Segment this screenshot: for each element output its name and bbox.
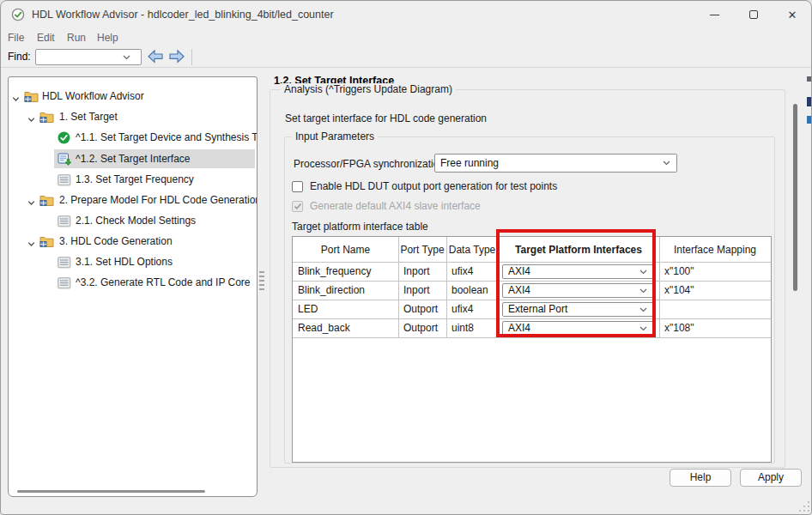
app-window: HDL Workflow Advisor - hdlcoder_led_blin…	[0, 0, 812, 515]
workflow-tree-panel: HDL Workflow Advisor 1. Set Target	[8, 76, 258, 497]
maximize-icon	[749, 10, 758, 19]
testpoints-checkbox[interactable]	[292, 181, 303, 192]
tree-item-set-hdl-options[interactable]: 3.1. Set HDL Options	[9, 252, 257, 271]
task-active-icon	[58, 153, 72, 166]
tree-item-prepare-model[interactable]: 2. Prepare Model For HDL Code Generation	[9, 191, 257, 209]
apply-button[interactable]: Apply	[740, 469, 802, 487]
forward-arrow-icon	[167, 48, 186, 65]
target-platform-interface-table: Port Name Port Type Data Type Target Pla…	[292, 236, 772, 463]
tree-item-label: HDL Workflow Advisor	[42, 87, 144, 106]
chevron-expanded-icon[interactable]	[27, 195, 36, 204]
find-forward-button[interactable]	[167, 48, 186, 65]
tree-item-hdl-code-generation[interactable]: 3. HDL Code Generation	[9, 232, 257, 251]
folder-icon	[39, 194, 54, 207]
menu-help[interactable]: Help	[97, 30, 118, 45]
cell-port-name: LED	[298, 300, 318, 318]
tree-horizontal-scrollbar[interactable]	[17, 490, 205, 493]
cell-port-type: Inport	[403, 282, 430, 300]
axi4-slave-checkbox	[292, 201, 303, 212]
sync-dropdown-value: Free running	[440, 157, 499, 169]
cell-data-type: ufix4	[451, 300, 473, 318]
chevron-down-icon	[639, 306, 648, 313]
interface-dropdown-value: AXI4	[508, 265, 530, 278]
chevron-down-icon	[122, 54, 131, 61]
find-label: Find:	[8, 51, 31, 63]
input-parameters-label: Input Parameters	[292, 130, 378, 142]
cell-port-type: Outport	[403, 319, 438, 337]
close-button[interactable]: ✕	[773, 1, 812, 28]
folder-icon	[39, 111, 54, 124]
maximize-button[interactable]	[734, 1, 773, 28]
table-row: Read_back Outport uint8 AXI4 x"108"	[293, 319, 771, 338]
window-resize-grip[interactable]	[797, 500, 811, 512]
tree-item-label: 3.1. Set HDL Options	[76, 252, 173, 271]
toolbar-separator	[191, 49, 192, 65]
task-icon	[58, 276, 72, 289]
tree-item-set-target-interface[interactable]: ^1.2. Set Target Interface	[9, 149, 257, 168]
cell-data-type: uint8	[451, 319, 474, 337]
table-row: Blink_direction Inport boolean AXI4 x"10…	[293, 282, 771, 300]
tree-item-label: 1. Set Target	[59, 107, 118, 126]
axi4-slave-checkbox-label: Generate default AXI4 slave interface	[310, 200, 481, 212]
cell-port-name: Blink_frequency	[298, 263, 371, 281]
column-header-interface-mapping: Interface Mapping	[659, 237, 771, 263]
panel-vertical-scrollbar[interactable]	[793, 104, 797, 291]
interface-dropdown[interactable]: AXI4	[502, 283, 654, 298]
analysis-group-label: Analysis (^Triggers Update Diagram)	[281, 83, 456, 95]
interface-dropdown-value: External Port	[508, 303, 567, 316]
interface-dropdown[interactable]: AXI4	[502, 321, 654, 336]
interface-table-label: Target platform interface table	[292, 221, 428, 233]
menu-file[interactable]: File	[8, 30, 24, 45]
cell-port-name: Read_back	[298, 319, 350, 337]
title-bar[interactable]: HDL Workflow Advisor - hdlcoder_led_blin…	[1, 1, 812, 28]
cell-interface-mapping: x"104"	[664, 282, 694, 300]
window-title: HDL Workflow Advisor - hdlcoder_led_blin…	[32, 9, 334, 21]
menu-run[interactable]: Run	[67, 30, 86, 45]
tree-item-set-target-frequency[interactable]: 1.3. Set Target Frequency	[9, 170, 257, 189]
help-button[interactable]: Help	[670, 469, 731, 487]
back-arrow-icon	[146, 48, 165, 65]
task-icon	[58, 173, 72, 186]
tree-item-check-model-settings[interactable]: 2.1. Check Model Settings	[9, 211, 257, 230]
find-input[interactable]	[36, 51, 122, 64]
interface-dropdown[interactable]: External Port	[502, 302, 654, 317]
tree-item-hdl-workflow-advisor[interactable]: HDL Workflow Advisor	[9, 87, 257, 106]
screen-edge-artifact	[807, 116, 812, 124]
chevron-expanded-icon[interactable]	[27, 112, 36, 121]
cell-data-type: ufix4	[451, 263, 473, 281]
interface-dropdown[interactable]: AXI4	[502, 264, 654, 279]
passed-check-icon	[58, 131, 72, 144]
minimize-icon	[710, 15, 719, 15]
find-back-button[interactable]	[146, 48, 165, 65]
testpoints-checkbox-label: Enable HDL DUT output port generation fo…	[310, 180, 557, 192]
tree-item-label: 2.1. Check Model Settings	[76, 211, 196, 230]
column-header-port-type: Port Type	[398, 237, 446, 263]
sync-dropdown[interactable]: Free running	[434, 154, 677, 173]
table-row: Blink_frequency Inport ufix4 AXI4 x"100"	[293, 263, 771, 282]
chevron-expanded-icon[interactable]	[11, 91, 21, 100]
screen-edge-artifact	[807, 76, 812, 82]
column-header-target-platform-interfaces: Target Platform Interfaces	[498, 237, 659, 263]
tree-item-set-target[interactable]: 1. Set Target	[9, 107, 257, 126]
tree-item-label: 3. HDL Code Generation	[59, 232, 173, 251]
sync-dropdown-label: Processor/FPGA synchronization:	[294, 158, 447, 170]
tree-item-label: ^1.1. Set Target Device and Synthesis To…	[76, 128, 258, 147]
table-row: LED Outport ufix4 External Port	[293, 300, 771, 319]
screen-edge-artifact	[807, 97, 812, 106]
panel-splitter-handle[interactable]	[259, 271, 265, 295]
task-description: Set target interface for HDL code genera…	[285, 112, 487, 124]
tree-item-generate-rtl-code[interactable]: ^3.2. Generate RTL Code and IP Core	[9, 273, 257, 292]
interface-dropdown-value: AXI4	[508, 322, 530, 335]
column-header-port-name: Port Name	[293, 237, 398, 263]
find-combobox[interactable]	[35, 49, 142, 65]
cell-port-type: Inport	[403, 263, 430, 281]
tree-item-set-target-device[interactable]: ^1.1. Set Target Device and Synthesis To…	[9, 128, 257, 147]
chevron-down-icon	[639, 325, 648, 332]
minimize-button[interactable]	[694, 1, 734, 28]
cell-data-type: boolean	[451, 282, 488, 300]
chevron-expanded-icon[interactable]	[27, 236, 36, 245]
cell-port-type: Outport	[403, 300, 438, 318]
task-icon	[58, 256, 72, 269]
cell-interface-mapping: x"108"	[664, 319, 694, 337]
menu-edit[interactable]: Edit	[37, 30, 55, 45]
